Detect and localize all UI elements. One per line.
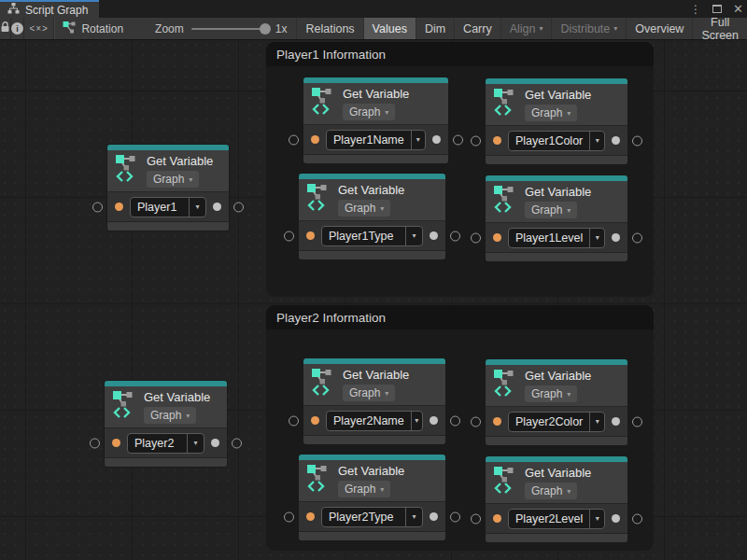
output-connection-port[interactable] (632, 416, 642, 427)
variable-input-port[interactable] (112, 439, 120, 447)
variable-name-dropdown[interactable]: Player2Level ▾ (508, 509, 605, 529)
variable-input-port[interactable] (311, 135, 319, 144)
variable-scope-dropdown[interactable]: Graph ▾ (144, 407, 196, 424)
variable-name-dropdown[interactable]: Player2Name ▾ (326, 411, 423, 431)
value-output-port[interactable] (430, 416, 438, 425)
value-output-port[interactable] (612, 233, 620, 242)
output-connection-port[interactable] (450, 415, 460, 426)
value-output-port[interactable] (432, 135, 441, 144)
toolbar-button-values[interactable]: Values▾ (363, 18, 416, 39)
input-connection-port[interactable] (289, 415, 299, 426)
variable-input-port[interactable] (115, 203, 123, 211)
toolbar-button-dim[interactable]: Dim▾ (416, 18, 454, 39)
output-connection-port[interactable] (232, 438, 242, 448)
chevron-down-icon[interactable]: ▾ (189, 198, 205, 217)
variable-scope-dropdown[interactable]: Graph ▾ (338, 481, 390, 497)
get-variable-node[interactable]: Get Variable Graph ▾ Player2Level ▾ (486, 456, 627, 542)
output-connection-port[interactable] (450, 511, 460, 522)
node-header[interactable]: Get Variable Graph ▾ (303, 83, 448, 124)
group-header[interactable]: Player1 Information (266, 42, 654, 66)
get-variable-node[interactable]: Get Variable Graph ▾ Player1Level ▾ (486, 175, 627, 261)
get-variable-node[interactable]: Get Variable Graph ▾ Player1Name ▾ (303, 77, 448, 163)
toolbar-button-distribute[interactable]: Distribute▾ (551, 18, 626, 39)
chevron-down-icon[interactable]: ▾ (589, 229, 604, 247)
output-connection-port[interactable] (632, 135, 642, 146)
input-connection-port[interactable] (471, 135, 481, 146)
get-variable-node[interactable]: Get Variable Graph ▾ Player2Type ▾ (299, 455, 445, 540)
variable-name-dropdown[interactable]: Player2Type ▾ (321, 507, 423, 527)
value-output-port[interactable] (612, 514, 620, 523)
node-header[interactable]: Get Variable Graph ▾ (486, 181, 627, 222)
toolbar-button-align[interactable]: Align▾ (500, 18, 552, 39)
variable-scope-dropdown[interactable]: Graph ▾ (525, 105, 577, 121)
input-connection-port[interactable] (471, 232, 481, 243)
output-connection-port[interactable] (632, 513, 642, 524)
variable-scope-dropdown[interactable]: Graph ▾ (147, 171, 199, 188)
value-output-port[interactable] (430, 512, 438, 521)
variable-input-port[interactable] (493, 233, 501, 242)
input-connection-port[interactable] (90, 438, 100, 448)
variable-input-port[interactable] (306, 231, 315, 240)
toolbar-button-overview[interactable]: Overview▾ (626, 18, 692, 39)
node-header[interactable]: Get Variable Graph ▾ (299, 179, 445, 220)
variable-input-port[interactable] (493, 514, 501, 523)
variable-input-port[interactable] (311, 416, 319, 425)
value-output-port[interactable] (213, 203, 221, 211)
chevron-down-icon[interactable]: ▾ (405, 508, 422, 526)
zoom-slider-handle[interactable] (260, 23, 271, 35)
node-header[interactable]: Get Variable Graph ▾ (107, 150, 229, 191)
chevron-down-icon[interactable]: ▾ (589, 413, 604, 431)
lock-button[interactable] (0, 18, 11, 39)
input-connection-port[interactable] (284, 511, 294, 522)
value-output-port[interactable] (211, 439, 219, 447)
node-header[interactable]: Get Variable Graph ▾ (303, 364, 445, 405)
input-connection-port[interactable] (284, 231, 294, 241)
toolbar-button-carry[interactable]: Carry▾ (454, 18, 500, 39)
variable-scope-dropdown[interactable]: Graph ▾ (343, 385, 395, 401)
output-connection-port[interactable] (450, 231, 460, 241)
zoom-slider[interactable] (191, 28, 268, 30)
value-output-port[interactable] (430, 231, 438, 240)
input-connection-port[interactable] (471, 513, 481, 524)
variable-name-dropdown[interactable]: Player1Type ▾ (321, 226, 423, 246)
chevron-down-icon[interactable]: ▾ (589, 132, 604, 150)
variable-input-port[interactable] (493, 136, 501, 145)
variable-name-dropdown[interactable]: Player2Color ▾ (508, 412, 605, 432)
value-output-port[interactable] (612, 417, 620, 426)
get-variable-node[interactable]: Get Variable Graph ▾ Player1Color ▾ (486, 78, 627, 164)
input-connection-port[interactable] (471, 416, 481, 427)
node-header[interactable]: Get Variable Graph ▾ (486, 462, 627, 503)
variable-input-port[interactable] (306, 512, 315, 521)
variable-scope-dropdown[interactable]: Graph ▾ (343, 104, 395, 120)
kebab-menu-icon[interactable]: ⋮ (690, 3, 701, 16)
group-header[interactable]: Player2 Information (266, 305, 654, 329)
variable-name-dropdown[interactable]: Player1Level ▾ (508, 228, 605, 248)
chevron-down-icon[interactable]: ▾ (187, 434, 204, 453)
output-connection-port[interactable] (632, 232, 642, 243)
toolbar-button-relations[interactable]: Relations▾ (296, 18, 362, 39)
variable-scope-dropdown[interactable]: Graph ▾ (525, 385, 577, 402)
output-connection-port[interactable] (233, 202, 244, 212)
variable-name-dropdown[interactable]: Player1 ▾ (130, 197, 206, 217)
close-icon[interactable]: ✕ (733, 3, 743, 15)
node-header[interactable]: Get Variable Graph ▾ (486, 365, 627, 406)
variable-name-dropdown[interactable]: Player1Color ▾ (508, 131, 605, 151)
chevron-down-icon[interactable]: ▾ (589, 510, 604, 528)
info-button[interactable]: i (11, 18, 24, 39)
graph-breadcrumb[interactable]: Rotation (54, 18, 133, 39)
node-header[interactable]: Get Variable Graph ▾ (299, 460, 445, 501)
chevron-down-icon[interactable]: ▾ (411, 131, 425, 149)
tab-script-graph[interactable]: Script Graph (0, 0, 99, 18)
variable-name-dropdown[interactable]: Player2 ▾ (127, 433, 204, 454)
input-connection-port[interactable] (289, 134, 299, 145)
chevron-down-icon[interactable]: ▾ (411, 412, 422, 430)
chevron-down-icon[interactable]: ▾ (405, 227, 422, 245)
node-header[interactable]: Get Variable Graph ▾ (486, 84, 627, 125)
value-output-port[interactable] (612, 136, 620, 145)
get-variable-node[interactable]: Get Variable Graph ▾ Player2 ▾ (105, 381, 227, 467)
input-connection-port[interactable] (92, 202, 103, 212)
get-variable-node[interactable]: Get Variable Graph ▾ Player2Name ▾ (303, 358, 445, 444)
node-header[interactable]: Get Variable Graph ▾ (105, 386, 227, 427)
code-preview-button[interactable]: <×> (24, 18, 54, 39)
maximize-icon[interactable] (712, 5, 722, 13)
